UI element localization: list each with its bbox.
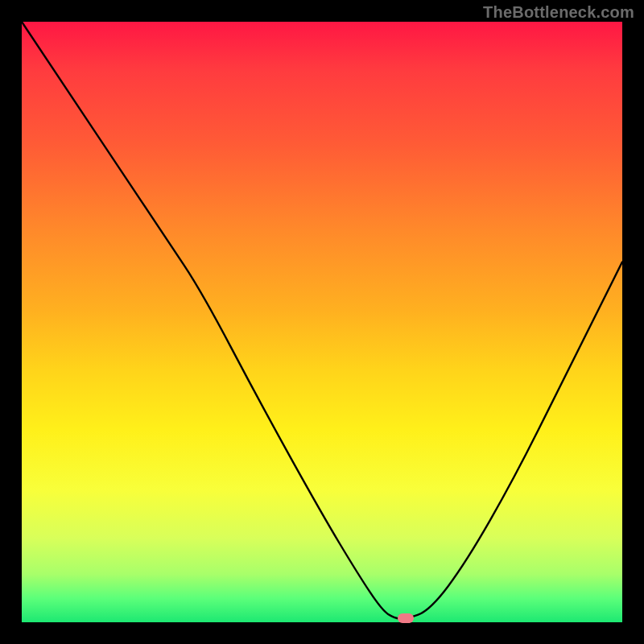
- watermark-text: TheBottleneck.com: [483, 3, 634, 22]
- plot-area: [22, 22, 622, 622]
- bottleneck-curve: [22, 22, 622, 622]
- chart-frame: TheBottleneck.com: [0, 0, 644, 644]
- optimal-point-marker: [398, 613, 414, 623]
